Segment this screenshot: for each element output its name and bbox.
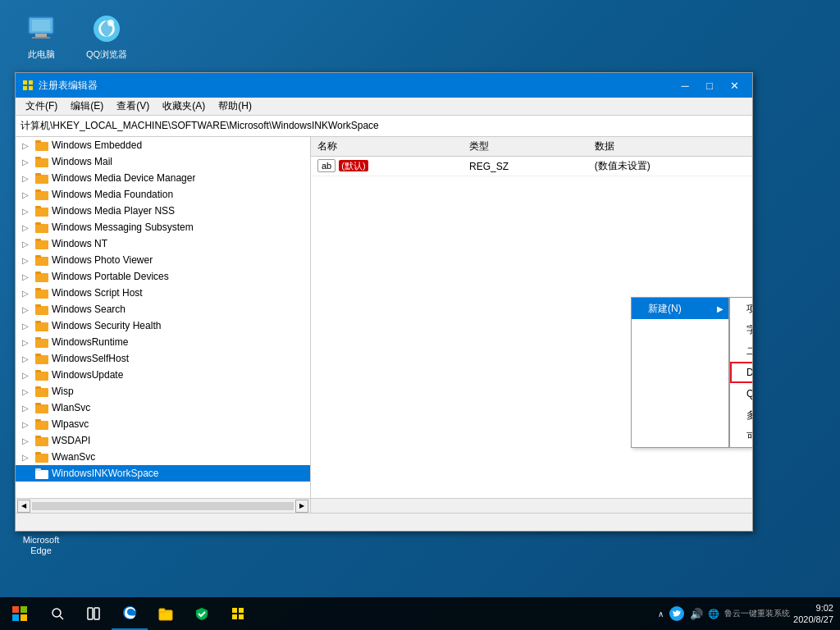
minimize-button[interactable]: ─ bbox=[673, 76, 696, 94]
network-icon[interactable]: 🌐 bbox=[708, 609, 719, 619]
close-button[interactable]: ✕ bbox=[723, 76, 746, 94]
svg-rect-35 bbox=[35, 321, 41, 323]
folder-icon bbox=[35, 172, 48, 184]
menu-favorites[interactable]: 收藏夹(A) bbox=[156, 98, 212, 115]
tree-item[interactable]: ▷Windows Mail bbox=[16, 153, 310, 170]
scroll-left-btn[interactable]: ◀ bbox=[17, 500, 30, 513]
tree-item[interactable]: ▷Windows NT bbox=[16, 235, 310, 252]
tree-item-label: Windows Search bbox=[52, 304, 126, 315]
menu-view[interactable]: 查看(V) bbox=[110, 98, 156, 115]
submenu-item[interactable]: QWORD (64 位)值(Q) bbox=[730, 383, 752, 404]
tree-item[interactable]: ▷WindowsRuntime bbox=[16, 334, 310, 350]
taskbar-edge[interactable] bbox=[112, 597, 148, 630]
svg-rect-34 bbox=[35, 322, 48, 331]
default-badge: ab bbox=[317, 159, 336, 172]
submenu-item[interactable]: DWORD (32 位)值(D) bbox=[730, 362, 752, 383]
tray-arrow[interactable]: ∧ bbox=[658, 609, 664, 619]
tree-item-label: WindowsINKWorkSpace bbox=[52, 468, 159, 479]
taskbar-task-view[interactable] bbox=[75, 597, 112, 630]
svg-rect-28 bbox=[35, 273, 48, 282]
tree-item-label: Windows Portable Devices bbox=[52, 271, 169, 282]
desktop-icons-area: 此电脑 QQ浏览器 bbox=[12, 12, 135, 61]
start-button[interactable] bbox=[0, 597, 39, 630]
tree-item[interactable]: ▷WwanSvc bbox=[16, 449, 310, 465]
scroll-right-btn[interactable]: ▶ bbox=[295, 500, 308, 513]
tree-item[interactable]: ▷Windows Portable Devices bbox=[16, 268, 310, 285]
svg-rect-22 bbox=[35, 224, 48, 233]
menu-help[interactable]: 帮助(H) bbox=[212, 98, 258, 115]
folder-icon bbox=[35, 254, 48, 266]
svg-rect-25 bbox=[35, 239, 41, 241]
svg-rect-1 bbox=[32, 20, 50, 31]
svg-rect-64 bbox=[159, 609, 165, 612]
twitter-icon bbox=[669, 605, 685, 622]
submenu-item[interactable]: 字符串值(S) bbox=[730, 319, 752, 340]
folder-icon bbox=[35, 402, 48, 413]
reimage-label: 鲁云一键重装系统 bbox=[724, 608, 790, 619]
title-bar: 注册表编辑器 ─ □ ✕ bbox=[16, 73, 752, 98]
tree-item-label: WSDAPI bbox=[52, 435, 90, 446]
tree-item-label: Windows NT bbox=[52, 238, 107, 249]
tree-item[interactable]: ▷Windows Photo Viewer bbox=[16, 252, 310, 268]
menu-edit[interactable]: 编辑(E) bbox=[64, 98, 110, 115]
svg-rect-21 bbox=[35, 206, 41, 208]
volume-icon[interactable]: 🔊 bbox=[690, 608, 703, 620]
taskbar-security[interactable] bbox=[184, 597, 220, 630]
tree-item[interactable]: ▷Windows Media Foundation bbox=[16, 186, 310, 203]
tree-item[interactable]: ▷Windows Messaging Subsystem bbox=[16, 219, 310, 235]
svg-rect-17 bbox=[35, 173, 41, 176]
svg-rect-60 bbox=[88, 608, 93, 619]
tree-item[interactable]: ▷Windows Script Host bbox=[16, 285, 310, 301]
tree-item[interactable]: WindowsINKWorkSpace bbox=[16, 465, 310, 482]
regedit-taskbar-icon bbox=[231, 606, 245, 621]
svg-rect-45 bbox=[35, 403, 41, 405]
svg-rect-52 bbox=[35, 470, 48, 479]
tree-item[interactable]: ▷Windows Security Health bbox=[16, 317, 310, 334]
folder-icon bbox=[35, 139, 48, 151]
menu-file[interactable]: 文件(F) bbox=[19, 98, 64, 115]
maximize-button[interactable]: □ bbox=[698, 76, 721, 94]
edge-label-1: Microsoft bbox=[23, 535, 60, 545]
tree-item[interactable]: ▷WlanSvc bbox=[16, 399, 310, 416]
tree-arrow-icon: ▷ bbox=[22, 305, 35, 314]
tree-item[interactable]: ▷Wisp bbox=[16, 383, 310, 399]
tree-item[interactable]: ▷WindowsUpdate bbox=[16, 367, 310, 383]
svg-rect-46 bbox=[35, 421, 48, 430]
tree-arrow-icon: ▷ bbox=[22, 190, 35, 199]
hscroll-thumb[interactable] bbox=[32, 502, 294, 510]
svg-rect-66 bbox=[239, 608, 244, 613]
context-menu-new: 新建(N) ▶ bbox=[631, 297, 729, 448]
tree-item[interactable]: ▷Windows Media Device Manager bbox=[16, 170, 310, 186]
tree-item[interactable]: ▷WindowsSelfHost bbox=[16, 350, 310, 367]
taskbar-explorer[interactable] bbox=[148, 597, 184, 630]
tree-panel[interactable]: ▷Windows Embedded▷Windows Mail▷Windows M… bbox=[16, 137, 311, 498]
context-menu-new-item[interactable]: 新建(N) ▶ bbox=[632, 298, 728, 319]
tree-item[interactable]: ▷Wlpasvc bbox=[16, 416, 310, 432]
submenu-item[interactable]: 二进制值(B) bbox=[730, 340, 752, 362]
submenu-item[interactable]: 项(K) bbox=[730, 298, 752, 319]
data-row[interactable]: ab(默认)REG_SZ(数值未设置) bbox=[311, 157, 752, 176]
folder-icon bbox=[35, 418, 48, 430]
explorer-icon bbox=[158, 606, 173, 621]
submenu-item[interactable]: 多字符串值(M) bbox=[730, 404, 752, 426]
data-cell-type: REG_SZ bbox=[463, 157, 588, 176]
tree-item[interactable]: ▷Windows Media Player NSS bbox=[16, 203, 310, 219]
desktop-icon-qq-browser[interactable]: QQ浏览器 bbox=[78, 12, 135, 61]
address-bar: 计算机\HKEY_LOCAL_MACHINE\SOFTWARE\Microsof… bbox=[16, 116, 752, 137]
folder-icon bbox=[35, 451, 48, 463]
desktop-icon-this-pc[interactable]: 此电脑 bbox=[12, 12, 70, 61]
folder-icon bbox=[35, 386, 48, 397]
clock[interactable]: 9:02 2020/8/27 bbox=[793, 602, 833, 626]
taskbar-search[interactable] bbox=[39, 597, 75, 630]
tree-arrow-icon: ▷ bbox=[22, 371, 35, 380]
tree-hscroll[interactable]: ◀ ▶ bbox=[16, 499, 311, 513]
submenu-item[interactable]: 可扩充字符串值(E) bbox=[730, 426, 752, 447]
tree-item[interactable]: ▷Windows Search bbox=[16, 301, 310, 317]
tree-arrow-icon: ▷ bbox=[22, 174, 35, 183]
tree-item[interactable]: ▷WSDAPI bbox=[16, 432, 310, 449]
svg-rect-31 bbox=[35, 288, 41, 290]
svg-rect-37 bbox=[35, 337, 41, 340]
taskbar-regedit[interactable] bbox=[220, 597, 256, 630]
tree-item[interactable]: ▷Windows Embedded bbox=[16, 137, 310, 153]
svg-rect-39 bbox=[35, 354, 41, 356]
